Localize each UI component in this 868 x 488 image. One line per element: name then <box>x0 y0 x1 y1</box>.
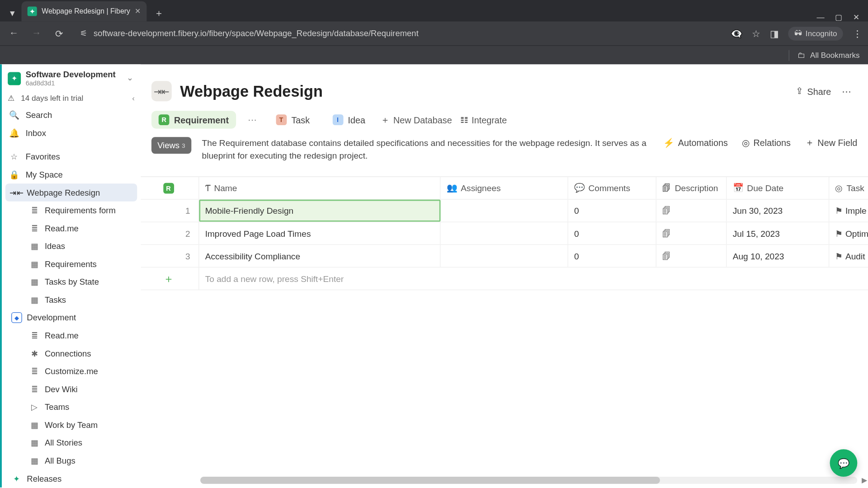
cell-name[interactable]: Mobile-Friendly Design <box>199 200 440 222</box>
new-tab-button[interactable]: ＋ <box>151 5 167 22</box>
all-bookmarks-button[interactable]: All Bookmarks <box>810 51 860 60</box>
nav-teams[interactable]: ▷Teams <box>23 398 137 416</box>
tab-strip: ▾ ✦ Webpage Redesign | Fibery ✕ ＋ — ▢ ✕ <box>0 0 868 21</box>
address-bar[interactable]: ⚟ software-development.fibery.io/fibery/… <box>74 24 723 42</box>
nav-dev-wiki[interactable]: ≣Dev Wiki <box>23 380 137 399</box>
col-task[interactable]: ◎Task <box>829 177 868 199</box>
nav-read-me[interactable]: ≣Read.me <box>23 220 137 238</box>
cell-assignees[interactable] <box>441 222 568 244</box>
intercom-chat-button[interactable]: 💬 <box>830 449 858 477</box>
share-button[interactable]: ⇪Share <box>796 86 831 97</box>
cell-name[interactable]: Accessibility Compliance <box>199 245 440 267</box>
space-label: Webpage Redesign <box>27 188 100 197</box>
tabs-dropdown-button[interactable]: ▾ <box>4 4 22 22</box>
cell-due-date[interactable]: Aug 10, 2023 <box>726 245 829 267</box>
sidebar-my-space[interactable]: 🔒My Space <box>2 166 141 184</box>
tab-requirement[interactable]: RRequirement <box>151 111 236 129</box>
nav-all-bugs[interactable]: ▦All Bugs <box>23 452 137 470</box>
nav-all-stories[interactable]: ▦All Stories <box>23 434 137 452</box>
add-row-hint[interactable]: To add a new row, press Shift+Enter <box>199 267 868 290</box>
cell-due-date[interactable]: Jun 30, 2023 <box>726 200 829 222</box>
cell-assignees[interactable] <box>441 200 568 222</box>
col-due-date[interactable]: 📅Due Date <box>726 177 829 199</box>
database-description[interactable]: The Requirement database contains detail… <box>202 137 653 162</box>
tab-requirement-menu[interactable]: ⋯ <box>244 112 260 127</box>
incognito-indicator[interactable]: 🕶 Incognito <box>788 27 843 40</box>
view-icon: ▦ <box>29 437 40 448</box>
cell-name[interactable]: Improved Page Load Times <box>199 222 440 244</box>
table-row[interactable]: 2 Improved Page Load Times 0 🗐 Jul 15, 2… <box>141 222 868 245</box>
space-icon[interactable]: ⇥⇤ <box>151 81 172 101</box>
table-row[interactable]: 3 Accessibility Compliance 0 🗐 Aug 10, 2… <box>141 245 868 267</box>
sidebar-favorites[interactable]: ☆Favorites <box>2 148 141 166</box>
space-releases[interactable]: ✦Releases <box>5 470 137 488</box>
reload-button[interactable]: ⟳ <box>51 26 66 41</box>
text-icon: Ƭ <box>205 183 211 193</box>
back-button[interactable]: ← <box>6 26 21 41</box>
maximize-button[interactable]: ▢ <box>835 13 842 22</box>
forward-button[interactable]: → <box>28 26 44 41</box>
tab-task[interactable]: TTask <box>269 111 317 129</box>
close-window-button[interactable]: ✕ <box>853 13 860 22</box>
automations-button[interactable]: ⚡Automations <box>663 137 728 148</box>
cell-task[interactable]: ⚑Audit <box>829 245 868 267</box>
trial-banner[interactable]: ⚠ 14 days left in trial ‹ <box>2 90 141 107</box>
cell-description[interactable]: 🗐 <box>656 245 727 267</box>
sidebar-search[interactable]: 🔍Search <box>2 106 141 124</box>
nav-ideas[interactable]: ▦Ideas <box>23 237 137 255</box>
nav-requirements[interactable]: ▦Requirements <box>23 255 137 273</box>
scroll-right-icon[interactable]: ▶ <box>862 476 867 484</box>
add-row[interactable]: ＋ To add a new row, press Shift+Enter <box>141 267 868 290</box>
add-row-plus-icon[interactable]: ＋ <box>141 267 199 290</box>
idea-badge-icon: I <box>332 114 343 125</box>
cell-comments[interactable]: 0 <box>568 200 656 222</box>
nav-tasks[interactable]: ▦Tasks <box>23 291 137 309</box>
plus-icon: ＋ <box>154 7 164 19</box>
browser-menu-button[interactable]: ⋮ <box>853 28 862 39</box>
cell-description[interactable]: 🗐 <box>656 222 727 244</box>
horizontal-scrollbar[interactable]: ▶ <box>200 477 857 484</box>
nav-connections[interactable]: ✱Connections <box>23 345 137 363</box>
cell-comments[interactable]: 0 <box>568 245 656 267</box>
col-assignees[interactable]: 👥Assignees <box>441 177 568 199</box>
nav-customize-me[interactable]: ≣Customize.me <box>23 362 137 380</box>
more-menu-button[interactable]: ⋯ <box>842 85 851 97</box>
workspace-switcher[interactable]: ✦ Software Development 6ad8d3d1 ⌄ <box>2 64 141 90</box>
integrate-button[interactable]: 𝌮Integrate <box>460 114 507 125</box>
col-name[interactable]: ƬName <box>199 177 440 199</box>
row-index: 2 <box>141 222 199 244</box>
nav-requirements-form[interactable]: ≣Requirements form <box>23 202 137 220</box>
tab-idea[interactable]: IIdea <box>325 111 372 129</box>
browser-tab[interactable]: ✦ Webpage Redesign | Fibery ✕ <box>21 1 146 22</box>
col-comments[interactable]: 💬Comments <box>568 177 656 199</box>
bookmark-star-icon[interactable]: ☆ <box>752 28 760 39</box>
nav-work-by-team[interactable]: ▦Work by Team <box>23 416 137 434</box>
new-field-button[interactable]: ＋New Field <box>805 137 858 148</box>
nav-tasks-by-state[interactable]: ▦Tasks by State <box>23 273 137 291</box>
eye-off-icon[interactable]: 👁‍🗨 <box>731 28 742 39</box>
nav-read-me[interactable]: ≣Read.me <box>23 327 137 345</box>
space-webpage-redesign[interactable]: ⇥⇤Webpage Redesign <box>5 184 137 202</box>
page-title[interactable]: Webpage Redesign <box>180 82 323 100</box>
views-button[interactable]: Views3 <box>151 137 191 154</box>
cell-comments[interactable]: 0 <box>568 222 656 244</box>
chevron-down-icon[interactable]: ⌄ <box>127 73 134 82</box>
cell-task[interactable]: ⚑Optim <box>829 222 868 244</box>
new-database-button[interactable]: ＋New Database <box>381 114 452 126</box>
relations-button[interactable]: ◎Relations <box>742 137 791 148</box>
side-panel-icon[interactable]: ◨ <box>770 28 779 39</box>
sidebar-inbox[interactable]: 🔔Inbox <box>2 124 141 142</box>
cell-assignees[interactable] <box>441 245 568 267</box>
cell-due-date[interactable]: Jul 15, 2023 <box>726 222 829 244</box>
col-entity-badge[interactable]: R <box>141 177 199 199</box>
minimize-button[interactable]: — <box>817 13 825 22</box>
scrollbar-thumb[interactable] <box>200 477 660 484</box>
collapse-sidebar-icon[interactable]: ‹ <box>132 94 135 103</box>
cell-description[interactable]: 🗐 <box>656 200 727 222</box>
close-tab-icon[interactable]: ✕ <box>135 7 141 15</box>
table-row[interactable]: 1 Mobile-Friendly Design 0 🗐 Jun 30, 202… <box>141 200 868 222</box>
cell-task[interactable]: ⚑Imple <box>829 200 868 222</box>
space-development[interactable]: ◆Development <box>5 309 137 327</box>
site-settings-icon[interactable]: ⚟ <box>80 28 88 38</box>
col-description[interactable]: 🗐Description <box>656 177 727 199</box>
